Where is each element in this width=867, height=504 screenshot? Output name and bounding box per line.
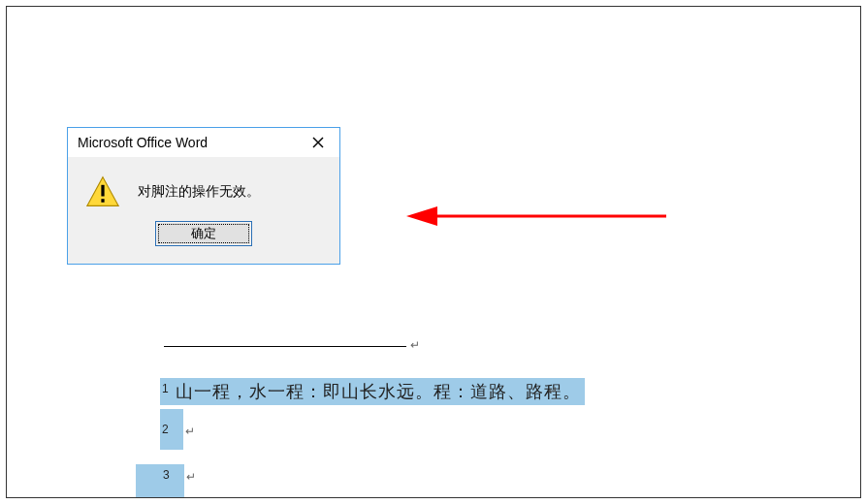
pilcrow-icon: ↵: [185, 425, 195, 438]
footnote-item-1[interactable]: 1山一程，水一程：即山长水远。程：道路、路程。: [160, 380, 585, 403]
svg-marker-6: [406, 206, 437, 226]
pilcrow-icon: ↵: [548, 384, 558, 397]
ok-button[interactable]: 确定: [155, 221, 252, 246]
selection-highlight: [136, 464, 184, 497]
message-dialog: Microsoft Office Word 对脚注的操作无效。 确定: [67, 127, 340, 265]
svg-rect-3: [101, 185, 104, 197]
pilcrow-icon: ↵: [186, 470, 196, 484]
dialog-body: 对脚注的操作无效。: [68, 157, 339, 221]
footnote-separator: [164, 346, 406, 347]
footnote-number: 1: [162, 382, 170, 395]
footnote-number: 2: [162, 423, 169, 436]
document-page: Microsoft Office Word 对脚注的操作无效。 确定 ↵: [6, 6, 861, 498]
footnote-text: 山一程，水一程：即山长水远。程：道路、路程。: [176, 382, 581, 401]
annotation-arrow: [406, 205, 668, 228]
pilcrow-icon: ↵: [410, 338, 420, 352]
dialog-button-row: 确定: [68, 221, 339, 258]
dialog-titlebar[interactable]: Microsoft Office Word: [68, 128, 339, 157]
footnote-item-2[interactable]: 2 ↵: [160, 409, 558, 434]
selection-highlight: 1山一程，水一程：即山长水远。程：道路、路程。: [160, 378, 585, 405]
close-icon: [311, 136, 325, 149]
dialog-title: Microsoft Office Word: [78, 135, 208, 150]
svg-rect-4: [101, 199, 104, 203]
warning-icon: [85, 174, 120, 209]
footnote-item-3[interactable]: 3 ↵: [136, 464, 194, 497]
dialog-message: 对脚注的操作无效。: [138, 182, 260, 202]
footnote-number: 3: [163, 468, 170, 482]
close-button[interactable]: [299, 130, 337, 155]
